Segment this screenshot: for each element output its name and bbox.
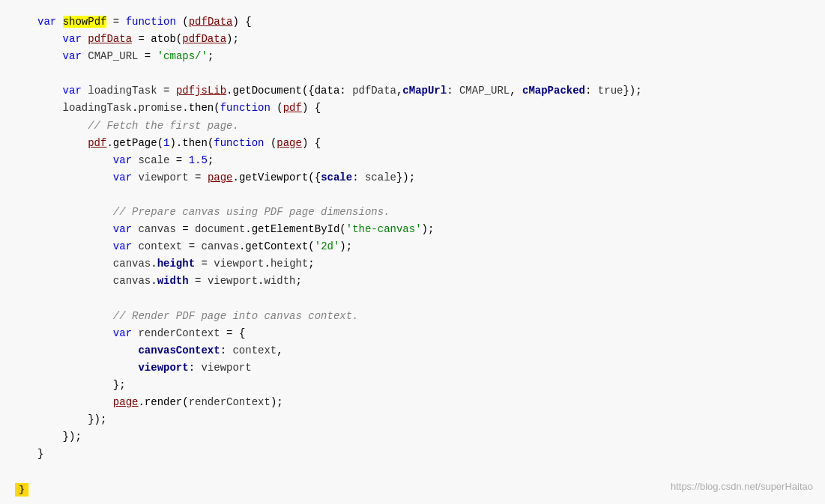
code-block: var showPdf = function (pdfData) { var p…	[0, 7, 825, 469]
code-container: var showPdf = function (pdfData) { var p…	[0, 0, 825, 504]
code-pre: var showPdf = function (pdfData) { var p…	[37, 13, 810, 463]
watermark: https://blog.csdn.net/superHaitao	[671, 479, 813, 495]
bracket-highlight: }	[15, 483, 28, 497]
